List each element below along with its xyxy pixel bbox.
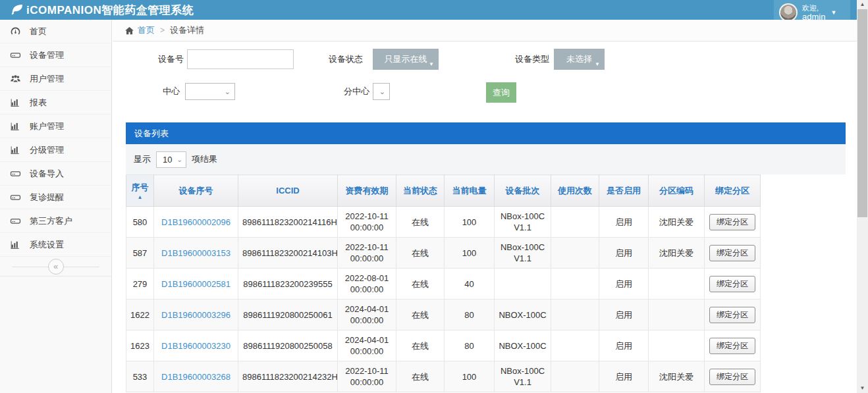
home-icon — [124, 26, 134, 36]
sidebar-item[interactable]: 首页 — [0, 20, 111, 43]
bind-partition-button[interactable]: 绑定分区 — [709, 245, 755, 261]
breadcrumb-home-link[interactable]: 首页 — [124, 24, 155, 36]
panel-title: 设备列表 — [126, 122, 846, 144]
device-serial-link[interactable]: D1B19600003268 — [161, 372, 231, 382]
cell-batch: NBox-100C V1.1 — [495, 238, 551, 269]
hdd-icon — [10, 192, 22, 203]
col-header-valid[interactable]: 资费有效期 — [338, 175, 396, 207]
cell-usecount — [551, 330, 599, 361]
device-status-dropdown[interactable]: 只显示在线 ▼ — [373, 49, 439, 70]
sidebar-item[interactable]: 账户管理 — [0, 115, 111, 138]
cell-partition — [649, 330, 705, 361]
device-type-dropdown[interactable]: 未选择 ▼ — [554, 49, 605, 70]
users-icon — [10, 73, 22, 85]
col-header-partition[interactable]: 分区编码 — [649, 175, 705, 207]
query-button[interactable]: 查询 — [486, 82, 516, 103]
dashboard-icon — [10, 26, 22, 38]
cell-status: 在线 — [396, 300, 445, 330]
table-row: 279 D1B19600002581 8986111823200239555 2… — [126, 269, 761, 300]
chevron-down-icon: ▼ — [429, 61, 434, 67]
sidebar-collapse-row: « — [0, 257, 111, 276]
device-no-input[interactable] — [187, 49, 294, 69]
sidebar-item[interactable]: 报表 — [0, 91, 111, 115]
col-header-status[interactable]: 当前状态 — [396, 175, 445, 207]
cell-valid-date: 2024-04-01 00:00:00 — [338, 300, 396, 330]
sidebar-item[interactable]: 设备管理 — [0, 43, 111, 67]
device-serial-link[interactable]: D1B19600003153 — [161, 248, 231, 258]
col-header-seq[interactable]: 序号 ▲ — [126, 175, 154, 207]
sidebar-item[interactable]: 设备导入 — [0, 162, 111, 186]
bind-partition-button[interactable]: 绑定分区 — [709, 338, 755, 354]
cell-partition: 沈阳关爱 — [649, 238, 705, 269]
col-header-batch[interactable]: 设备批次 — [495, 175, 551, 207]
cell-partition: 沈阳关爱 — [649, 207, 705, 238]
cell-battery: 80 — [445, 330, 495, 361]
cell-valid-date: 2022-08-01 00:00:00 — [338, 269, 396, 300]
col-header-usecount[interactable]: 使用次数 — [551, 175, 599, 207]
sidebar-item-label: 设备管理 — [30, 49, 64, 61]
sidebar-collapse-button[interactable]: « — [48, 259, 64, 275]
sidebar-item-label: 报表 — [30, 97, 47, 109]
caret-up-icon: ▲ — [128, 195, 152, 200]
bind-partition-button[interactable]: 绑定分区 — [709, 307, 755, 323]
cell-seq: 587 — [126, 238, 154, 269]
cell-seq: 279 — [126, 269, 154, 300]
cell-serial: D1B19600003296 — [154, 300, 238, 330]
cell-partition: 沈阳关爱 — [649, 361, 705, 392]
chart-icon — [10, 144, 22, 156]
device-status-value: 只显示在线 — [385, 54, 427, 64]
device-no-label: 设备号 — [126, 49, 184, 69]
sidebar-item[interactable]: 第三方客户 — [0, 209, 111, 233]
sidebar-item[interactable]: 分级管理 — [0, 138, 111, 162]
sidebar-item-label: 首页 — [30, 26, 47, 38]
show-label: 显示 — [134, 153, 151, 165]
topbar: iCOMPANION智能药盒管理系统 欢迎, admin ▼ — [0, 0, 857, 20]
sidebar-item-label: 系统设置 — [30, 239, 64, 251]
cell-bind: 绑定分区 — [705, 269, 761, 300]
table-row: 1623 D1B19600003230 8986111920800250058 … — [126, 330, 761, 361]
cell-enabled: 启用 — [599, 269, 649, 300]
cell-battery: 100 — [445, 238, 495, 269]
device-serial-link[interactable]: D1B19600003230 — [161, 341, 231, 351]
cell-serial: D1B19600002581 — [154, 269, 238, 300]
cell-serial: D1B19600003268 — [154, 361, 238, 392]
col-header-iccid[interactable]: ICCID — [238, 175, 338, 207]
sidebar-item[interactable]: 系统设置 — [0, 233, 111, 257]
cell-seq: 533 — [126, 361, 154, 392]
cell-batch: NBox-100C V1.1 — [495, 361, 551, 392]
cell-bind: 绑定分区 — [705, 207, 761, 238]
chart-icon — [10, 120, 22, 132]
page-size-select[interactable]: 10 ⌄ — [156, 151, 186, 168]
welcome-greeting: 欢迎, — [802, 4, 819, 12]
center-select[interactable]: ⌄ — [185, 83, 235, 100]
device-serial-link[interactable]: D1B19600002096 — [161, 217, 231, 227]
col-header-serial[interactable]: 设备序号 — [154, 175, 238, 207]
cell-usecount — [551, 269, 599, 300]
hdd-icon — [10, 168, 22, 180]
cell-batch: NBOX-100C — [495, 300, 551, 330]
device-list-panel: 设备列表 显示 10 ⌄ 项结果 序号 — [126, 122, 846, 393]
sidebar-item-label: 账户管理 — [30, 120, 64, 132]
bind-partition-button[interactable]: 绑定分区 — [709, 369, 755, 385]
bind-partition-button[interactable]: 绑定分区 — [709, 276, 755, 292]
col-header-enabled[interactable]: 是否启用 — [599, 175, 649, 207]
device-type-value: 未选择 — [566, 54, 592, 64]
col-header-battery[interactable]: 当前电量 — [445, 175, 495, 207]
sidebar-item[interactable]: 复诊提醒 — [0, 186, 111, 209]
col-header-bind[interactable]: 绑定分区 — [705, 175, 761, 207]
panel-toolbar: 显示 10 ⌄ 项结果 — [126, 144, 846, 174]
sidebar-item-label: 复诊提醒 — [30, 192, 64, 203]
scroll-up-button[interactable]: ▲ — [857, 0, 868, 9]
scroll-down-button[interactable]: ▼ — [857, 384, 868, 393]
cell-valid-date: 2022-10-11 00:00:00 — [338, 207, 396, 238]
leaf-logo-icon — [11, 3, 24, 16]
sidebar-item[interactable]: 用户管理 — [0, 67, 111, 91]
device-serial-link[interactable]: D1B19600002581 — [161, 279, 231, 289]
subcenter-select[interactable]: ⌄ — [373, 83, 390, 100]
bind-partition-button[interactable]: 绑定分区 — [709, 214, 755, 230]
center-label: 中心 — [139, 83, 180, 100]
breadcrumb: 首页 > 设备详情 — [113, 20, 857, 41]
scrollbar-thumb[interactable] — [857, 9, 867, 217]
device-serial-link[interactable]: D1B19600003296 — [161, 310, 231, 320]
cell-status: 在线 — [396, 269, 445, 300]
